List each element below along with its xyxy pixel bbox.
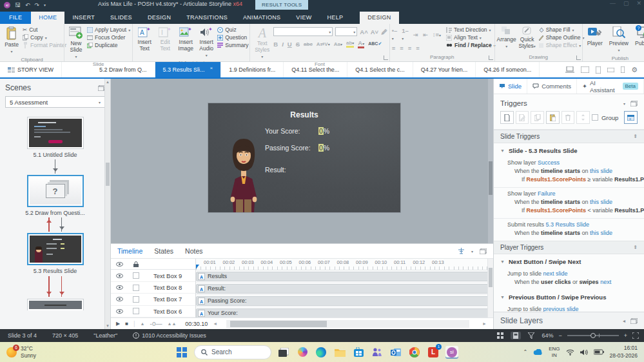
feedback-funnel-icon[interactable] (526, 332, 536, 339)
bold-button[interactable]: B (273, 41, 278, 48)
quick-access-caret-icon[interactable]: ▾ (44, 2, 46, 8)
trigger-line[interactable]: If Results1.ScorePoints < variable Resul… (494, 206, 644, 215)
scroll-up-arrow-icon[interactable]: ▲ (105, 79, 110, 85)
timeline-panel-icon[interactable] (480, 248, 487, 254)
section-collapse-icon[interactable]: ⇞ (633, 245, 638, 250)
save-icon[interactable]: 🖫 (15, 2, 21, 8)
highlight-color-button[interactable]: ab▾ (346, 40, 354, 48)
tab-ai-assistant[interactable]: ✦ AI Assistant Beta (577, 79, 644, 94)
tab-timeline[interactable]: Timeline (117, 247, 142, 255)
hscroll-right-arrow-icon[interactable]: ► (482, 321, 487, 326)
character-spacing-button[interactable]: A⇄V▾ (317, 41, 330, 47)
font-color-button[interactable]: A▾ (358, 39, 364, 48)
timeline-vertical-scrollbar[interactable] (487, 259, 493, 317)
scroll-down-arrow-icon[interactable]: ▼ (105, 323, 110, 329)
minimize-button[interactable]: — (610, 0, 616, 6)
slide-your-score-label[interactable]: Your Score: (265, 127, 300, 135)
focus-order-button[interactable]: Focus Order (87, 34, 130, 41)
font-dialog-launcher-icon[interactable] (384, 55, 388, 60)
player-settings-gear-icon[interactable]: ⚙ (631, 66, 638, 74)
status-accessibility[interactable]: 1010 Accessibility Issues (125, 332, 214, 339)
duplicate-button[interactable]: Duplicate (87, 42, 130, 48)
tab-comments[interactable]: Comments (527, 79, 577, 94)
visibility-column-eye-icon[interactable] (116, 262, 123, 266)
justify-button[interactable]: ≡ (416, 45, 420, 52)
maximize-button[interactable]: ▢ (623, 0, 629, 6)
ribbon-tab-file[interactable]: FILE (0, 12, 31, 24)
trigger-line[interactable]: Jump to slide previous slide (494, 305, 644, 312)
numbering-button[interactable]: 1–▾ (402, 27, 409, 41)
trigger-line[interactable]: Submit results 5.3 Results Slide (494, 221, 644, 229)
onedrive-icon[interactable] (533, 349, 543, 356)
timeline-object-your-score[interactable]: AYour Score: (196, 307, 493, 317)
document-tab-6[interactable]: Q4.26 If someon... (476, 62, 540, 77)
hscroll-left-arrow-icon[interactable]: ◄ (213, 321, 217, 326)
italic-button[interactable]: I (282, 41, 284, 48)
section-header-slide-triggers[interactable]: Slide Triggers⇞ (494, 130, 644, 143)
trigger-group-header[interactable]: ▼Next Button / Swipe Next (494, 254, 644, 268)
trigger-wizard-button[interactable]: x (624, 111, 638, 124)
slide-layers-panel-icon[interactable] (630, 318, 638, 324)
tab-story-view[interactable]: STORY VIEW (0, 62, 62, 77)
insert-image-button[interactable]: ✦ Insert Image (176, 25, 195, 54)
weather-widget[interactable]: 6 32°CSunny (0, 345, 36, 358)
triggers-caret-icon[interactable]: ▾ (623, 101, 625, 106)
font-name-select[interactable]: ▾ (273, 27, 333, 36)
underline-button[interactable]: U (288, 41, 292, 48)
ribbon-tab-home[interactable]: HOME (31, 12, 64, 24)
insert-audio-button[interactable]: ✦ Insert Audio ▾ (197, 25, 216, 59)
scene-slide-3[interactable]: 5.3 Results Slide (0, 233, 110, 274)
trigger-line[interactable]: When the timeline starts on this slide (494, 167, 644, 176)
eye-icon[interactable] (116, 309, 123, 314)
grow-font-button[interactable]: A˄ (360, 28, 367, 35)
device-phone-portrait-icon[interactable] (621, 66, 625, 73)
trigger-line[interactable]: Show layer Failure (494, 190, 644, 198)
align-center-button[interactable]: ≡ (400, 45, 404, 52)
delete-trigger-button[interactable] (561, 111, 575, 124)
strikethrough-button[interactable]: S (296, 41, 300, 48)
trigger-line[interactable]: When the timeline starts on this slide (494, 198, 644, 206)
help-icon[interactable]: ? (636, 25, 641, 31)
slide-your-score-value[interactable]: 0% (318, 127, 329, 135)
align-text-button[interactable]: Align Text▾ (446, 34, 496, 41)
eye-icon[interactable] (116, 274, 123, 278)
align-right-button[interactable]: ≡ (408, 45, 412, 52)
eye-icon[interactable] (116, 285, 123, 290)
play-button[interactable]: ▶ (116, 321, 120, 327)
trigger-block[interactable]: Jump to slide next slideWhen the user cl… (494, 268, 644, 290)
ribbon-tab-animations[interactable]: ANIMATIONS (235, 12, 288, 24)
timeline-zoom-fit-icon[interactable] (458, 248, 465, 255)
triggers-panel-icon[interactable] (630, 101, 638, 106)
question-button[interactable]: Question (217, 34, 248, 41)
chrome-icon[interactable] (408, 346, 421, 359)
lock-checkbox[interactable] (133, 296, 139, 303)
scene-slide-1[interactable]: 5.1 Untitled Slide (0, 117, 110, 158)
timeline-row-textbox8[interactable]: Text Box 8 (111, 282, 195, 294)
scene-selector[interactable]: 5 Assessment▾ (5, 96, 105, 108)
timeline-ruler[interactable]: 00:0100:0200:0300:0400:0500:0600:0700:08… (196, 259, 493, 270)
timeline-zoom-slider[interactable]: -o— (150, 320, 162, 327)
tab-notes[interactable]: Notes (185, 247, 202, 255)
device-tablet-portrait-icon[interactable] (596, 66, 601, 74)
grid-view-icon[interactable] (495, 332, 505, 339)
decrease-indent-button[interactable]: ⇤ (423, 31, 428, 38)
slide-passing-score-label[interactable]: Passing Score: (265, 144, 311, 152)
scene-slide-2[interactable]: ? 5.2 Draw from Questi... (0, 175, 110, 216)
trigger-line[interactable]: Jump to slide next slide (494, 270, 644, 278)
ribbon-tab-transitions[interactable]: TRANSITIONS (179, 12, 235, 24)
shape-outline-button[interactable]: Shape Outline▾ (538, 34, 585, 41)
zoom-out-button[interactable]: − (558, 332, 561, 339)
text-styles-button[interactable]: A Text Styles▾ (252, 25, 272, 61)
slide-canvas[interactable]: Results Your Score: 0% Passing Score: 0%… (111, 79, 493, 243)
document-tab-1[interactable]: 5.3 Results Sli...× (155, 62, 222, 77)
lock-checkbox[interactable] (133, 272, 139, 279)
timeline-row-textbox7[interactable]: Text Box 7 (111, 294, 195, 305)
stop-button[interactable]: ■ (125, 321, 128, 327)
character-illustration[interactable] (228, 137, 260, 212)
eye-icon[interactable] (116, 297, 123, 301)
device-tablet-landscape-icon[interactable] (581, 66, 589, 73)
trigger-line[interactable]: When the timeline starts on this slide (494, 229, 644, 237)
slide-result-label[interactable]: Result: (265, 166, 286, 174)
task-view-icon[interactable] (277, 346, 290, 359)
shrink-font-button[interactable]: A˅ (371, 28, 378, 35)
